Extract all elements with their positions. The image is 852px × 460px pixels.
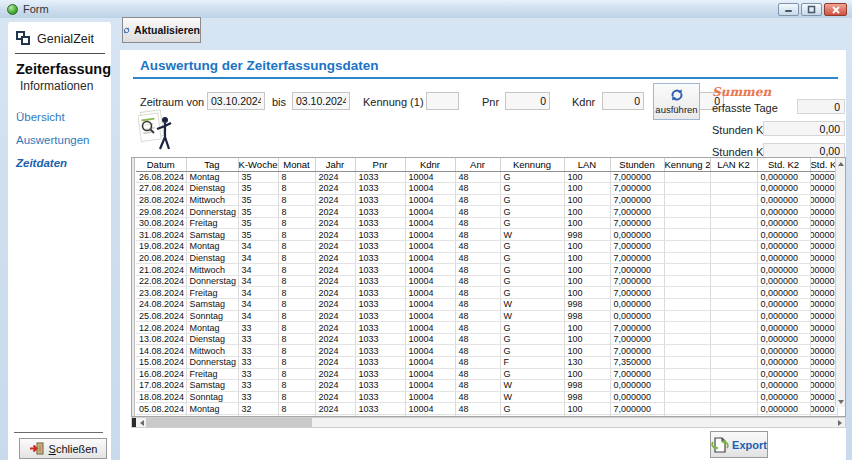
column-header[interactable]: Pnr	[355, 158, 405, 171]
stunden-k1-field[interactable]	[763, 121, 845, 136]
column-header[interactable]: LAN	[564, 158, 610, 171]
table-row[interactable]: 29.08.2024Donnerstag358202410331000448G1…	[136, 206, 837, 218]
table-cell: 7,000000	[610, 217, 664, 229]
erfasste-tage-field[interactable]	[797, 99, 845, 114]
table-cell: 7,350000	[610, 357, 664, 369]
grid-header-row: DatumTagK-WocheMonatJahrPnrKdnrAnrKennun…	[136, 158, 837, 171]
table-cell: 0,000000	[757, 380, 810, 392]
table-cell: 10004	[405, 357, 455, 369]
table-row[interactable]: 15.08.2024Donnerstag338202410331000448F1…	[136, 357, 837, 369]
table-cell: 1033	[355, 333, 405, 345]
kdnr-input[interactable]	[602, 92, 644, 110]
table-cell: 10004	[405, 229, 455, 241]
table-cell: G	[500, 241, 564, 253]
table-cell: 35	[238, 217, 278, 229]
table-row[interactable]: 26.08.2024Montag358202410331000448G1007,…	[136, 171, 837, 183]
sidebar-item-zeitdaten[interactable]: Zeitdaten	[16, 157, 111, 169]
horizontal-scrollbar[interactable]	[131, 417, 846, 428]
table-row[interactable]: 19.08.2024Montag348202410331000448G1007,…	[136, 241, 837, 253]
close-app-button[interactable]: Schließen	[19, 438, 107, 459]
close-window-button[interactable]	[824, 3, 847, 16]
table-row[interactable]: 24.08.2024Samstag348202410331000448W9980…	[136, 299, 837, 311]
table-row[interactable]: 21.08.2024Mittwoch348202410331000448G100…	[136, 264, 837, 276]
column-header[interactable]: K-Woche	[238, 158, 278, 171]
table-cell: 7,000000	[610, 322, 664, 334]
table-cell: 0,000000	[810, 206, 837, 218]
table-row[interactable]: 30.08.2024Freitag358202410331000448G1007…	[136, 217, 837, 229]
scroll-right-button[interactable]	[834, 418, 845, 427]
table-cell: Samstag	[186, 380, 238, 392]
table-cell: 8	[278, 391, 315, 403]
scroll-up-button[interactable]	[836, 158, 846, 169]
execute-label: ausführen	[655, 104, 697, 115]
column-header[interactable]: Stunden	[610, 158, 664, 171]
table-row[interactable]: 14.08.2024Mittwoch338202410331000448G100…	[136, 345, 837, 357]
table-cell: 100	[564, 403, 610, 415]
vertical-scrollbar[interactable]	[835, 158, 845, 407]
column-header[interactable]: Datum	[136, 158, 186, 171]
execute-button[interactable]: ausführen	[653, 83, 700, 120]
stunden-k2-field[interactable]	[763, 143, 845, 158]
sidebar: GenialZeit Zeiterfassung Informationen Ü…	[8, 22, 111, 460]
column-header[interactable]: Anr	[455, 158, 500, 171]
refresh-button[interactable]: Aktualisieren	[122, 17, 201, 43]
column-header[interactable]: LAN K2	[710, 158, 757, 171]
table-row[interactable]: 18.08.2024Sonntag338202410331000448W9980…	[136, 391, 837, 403]
hscroll-thumb[interactable]	[146, 418, 312, 427]
table-row[interactable]: 27.08.2024Dienstag358202410331000448G100…	[136, 183, 837, 195]
kennung-input[interactable]	[426, 92, 459, 110]
table-cell: 48	[455, 241, 500, 253]
table-cell: 0,000000	[810, 310, 837, 322]
table-cell: 0,000000	[757, 194, 810, 206]
column-header[interactable]: Kdnr	[405, 158, 455, 171]
table-row[interactable]: 25.08.2024Sonntag348202410331000448W9980…	[136, 310, 837, 322]
table-row[interactable]: 31.08.2024Samstag358202410331000448W9980…	[136, 229, 837, 241]
table-cell: 0,000000	[757, 322, 810, 334]
table-cell: 1033	[355, 391, 405, 403]
table-row[interactable]: 22.08.2024Donnerstag348202410331000448G1…	[136, 275, 837, 287]
table-row[interactable]: 23.08.2024Freitag348202410331000448G1007…	[136, 287, 837, 299]
zeitraum-bis-input[interactable]	[292, 92, 350, 110]
table-cell: 7,000000	[610, 241, 664, 253]
table-cell: 100	[564, 287, 610, 299]
table-row[interactable]: 16.08.2024Freitag338202410331000448G1007…	[136, 368, 837, 380]
table-row[interactable]: 17.08.2024Samstag338202410331000448W9980…	[136, 380, 837, 392]
pnr-input[interactable]	[505, 92, 550, 110]
table-row[interactable]: 12.08.2024Montag338202410331000448G1007,…	[136, 322, 837, 334]
table-cell: 0,000000	[757, 391, 810, 403]
column-header[interactable]: Kennung	[500, 158, 564, 171]
table-cell	[664, 310, 710, 322]
table-cell: Mittwoch	[186, 345, 238, 357]
column-header[interactable]: Kennung 2	[664, 158, 710, 171]
table-row[interactable]: 05.08.2024Montag328202410331000448G1007,…	[136, 403, 837, 415]
export-button[interactable]: Export	[710, 431, 768, 458]
table-row[interactable]: 13.08.2024Dienstag338202410331000448G100…	[136, 333, 837, 345]
column-header[interactable]: Std. K2	[757, 158, 810, 171]
table-row[interactable]: 20.08.2024Dienstag348202410331000448G100…	[136, 252, 837, 264]
table-cell: 8	[278, 333, 315, 345]
column-header[interactable]: Std. Ku	[810, 158, 837, 171]
sidebar-item-auswertungen[interactable]: Auswertungen	[16, 134, 111, 146]
table-cell: 1033	[355, 368, 405, 380]
maximize-button[interactable]	[801, 3, 822, 16]
table-row[interactable]: 28.08.2024Mittwoch358202410331000448G100…	[136, 194, 837, 206]
zeitraum-von-input[interactable]	[207, 92, 265, 110]
table-cell: 0,000000	[757, 275, 810, 287]
table-cell: 7,000000	[610, 403, 664, 415]
table-cell	[710, 287, 757, 299]
table-cell: 48	[455, 368, 500, 380]
scroll-down-button[interactable]	[836, 396, 846, 407]
table-cell	[710, 333, 757, 345]
table-cell: 100	[564, 183, 610, 195]
minimize-button[interactable]	[778, 3, 799, 16]
column-header[interactable]: Tag	[186, 158, 238, 171]
table-cell: 10004	[405, 206, 455, 218]
table-cell: 26.08.2024	[136, 171, 186, 183]
table-cell: G	[500, 183, 564, 195]
column-header[interactable]: Jahr	[315, 158, 355, 171]
table-cell: 48	[455, 299, 500, 311]
table-cell: 7,000000	[610, 264, 664, 276]
column-header[interactable]: Monat	[278, 158, 315, 171]
sidebar-item-uebersicht[interactable]: Übersicht	[16, 111, 111, 123]
table-cell	[664, 217, 710, 229]
